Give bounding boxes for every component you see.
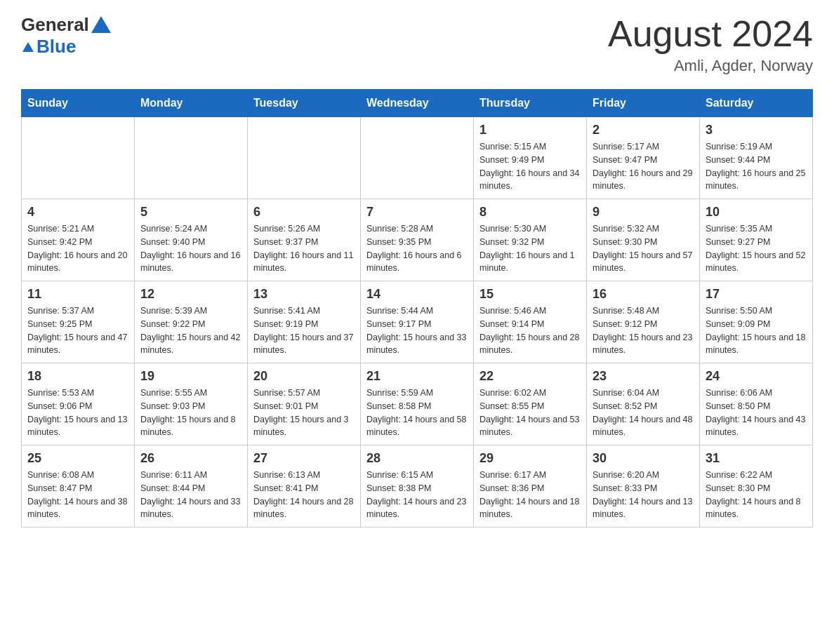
day-number: 20 — [253, 369, 355, 384]
day-number: 11 — [27, 287, 128, 302]
day-number: 12 — [140, 287, 241, 302]
day-info: Sunrise: 5:32 AM Sunset: 9:30 PM Dayligh… — [593, 222, 694, 275]
logo: General Blue — [21, 14, 111, 58]
day-info: Sunrise: 5:35 AM Sunset: 9:27 PM Dayligh… — [706, 222, 807, 275]
day-number: 28 — [366, 451, 468, 466]
day-info: Sunrise: 5:37 AM Sunset: 9:25 PM Dayligh… — [27, 304, 128, 357]
logo-small-triangle-icon — [22, 42, 34, 52]
calendar-cell: 4Sunrise: 5:21 AM Sunset: 9:42 PM Daylig… — [22, 199, 135, 281]
calendar-cell: 26Sunrise: 6:11 AM Sunset: 8:44 PM Dayli… — [135, 445, 248, 528]
calendar-cell: 21Sunrise: 5:59 AM Sunset: 8:58 PM Dayli… — [361, 363, 474, 445]
day-number: 27 — [253, 451, 355, 466]
calendar-cell: 10Sunrise: 5:35 AM Sunset: 9:27 PM Dayli… — [700, 199, 813, 281]
day-number: 13 — [253, 287, 355, 302]
day-number: 19 — [140, 369, 241, 384]
day-info: Sunrise: 6:04 AM Sunset: 8:52 PM Dayligh… — [593, 387, 694, 439]
day-info: Sunrise: 5:15 AM Sunset: 9:49 PM Dayligh… — [479, 140, 581, 193]
calendar-cell: 9Sunrise: 5:32 AM Sunset: 9:30 PM Daylig… — [587, 199, 700, 281]
calendar-cell: 3Sunrise: 5:19 AM Sunset: 9:44 PM Daylig… — [700, 117, 813, 199]
week-row-3: 11Sunrise: 5:37 AM Sunset: 9:25 PM Dayli… — [22, 281, 813, 363]
day-info: Sunrise: 6:17 AM Sunset: 8:36 PM Dayligh… — [479, 469, 581, 521]
day-header-tuesday: Tuesday — [248, 90, 361, 117]
day-info: Sunrise: 6:08 AM Sunset: 8:47 PM Dayligh… — [27, 469, 128, 521]
calendar-cell — [135, 117, 248, 199]
logo-blue-text: Blue — [37, 36, 76, 58]
calendar-cell: 30Sunrise: 6:20 AM Sunset: 8:33 PM Dayli… — [587, 445, 700, 528]
day-header-saturday: Saturday — [700, 90, 813, 117]
day-number: 8 — [479, 205, 581, 220]
day-info: Sunrise: 5:21 AM Sunset: 9:42 PM Dayligh… — [27, 222, 128, 275]
calendar-cell: 1Sunrise: 5:15 AM Sunset: 9:49 PM Daylig… — [474, 117, 587, 199]
day-number: 2 — [593, 123, 694, 137]
calendar-cell — [361, 117, 474, 199]
day-number: 25 — [27, 451, 128, 466]
day-header-sunday: Sunday — [22, 90, 135, 117]
calendar-header: SundayMondayTuesdayWednesdayThursdayFrid… — [22, 90, 813, 117]
day-info: Sunrise: 6:02 AM Sunset: 8:55 PM Dayligh… — [479, 387, 581, 439]
day-info: Sunrise: 5:30 AM Sunset: 9:32 PM Dayligh… — [479, 222, 581, 275]
logo-general-text: General — [21, 14, 89, 36]
calendar-cell: 11Sunrise: 5:37 AM Sunset: 9:25 PM Dayli… — [22, 281, 135, 363]
day-number: 14 — [366, 287, 468, 302]
calendar-table: SundayMondayTuesdayWednesdayThursdayFrid… — [21, 89, 813, 528]
day-info: Sunrise: 6:06 AM Sunset: 8:50 PM Dayligh… — [706, 387, 807, 439]
calendar-cell: 20Sunrise: 5:57 AM Sunset: 9:01 PM Dayli… — [248, 363, 361, 445]
day-info: Sunrise: 5:26 AM Sunset: 9:37 PM Dayligh… — [253, 222, 355, 275]
day-number: 6 — [253, 205, 355, 220]
svg-marker-0 — [91, 16, 111, 33]
calendar-cell: 17Sunrise: 5:50 AM Sunset: 9:09 PM Dayli… — [700, 281, 813, 363]
day-info: Sunrise: 5:41 AM Sunset: 9:19 PM Dayligh… — [253, 304, 355, 357]
day-number: 4 — [27, 205, 128, 220]
week-row-4: 18Sunrise: 5:53 AM Sunset: 9:06 PM Dayli… — [22, 363, 813, 445]
location-text: Amli, Agder, Norway — [608, 57, 813, 75]
day-info: Sunrise: 5:19 AM Sunset: 9:44 PM Dayligh… — [706, 140, 807, 193]
week-row-1: 1Sunrise: 5:15 AM Sunset: 9:49 PM Daylig… — [22, 117, 813, 199]
day-info: Sunrise: 6:11 AM Sunset: 8:44 PM Dayligh… — [140, 469, 241, 521]
day-headers-row: SundayMondayTuesdayWednesdayThursdayFrid… — [22, 90, 813, 117]
calendar-cell: 18Sunrise: 5:53 AM Sunset: 9:06 PM Dayli… — [22, 363, 135, 445]
day-info: Sunrise: 5:53 AM Sunset: 9:06 PM Dayligh… — [27, 387, 128, 439]
day-number: 16 — [593, 287, 694, 302]
calendar-cell — [248, 117, 361, 199]
day-number: 24 — [706, 369, 807, 384]
page-header: General Blue August 2024 Amli, Agder, No… — [21, 14, 813, 75]
day-number: 18 — [27, 369, 128, 384]
day-info: Sunrise: 6:15 AM Sunset: 8:38 PM Dayligh… — [366, 469, 468, 521]
calendar-body: 1Sunrise: 5:15 AM Sunset: 9:49 PM Daylig… — [22, 117, 813, 528]
day-info: Sunrise: 5:39 AM Sunset: 9:22 PM Dayligh… — [140, 304, 241, 357]
day-number: 10 — [706, 205, 807, 220]
calendar-cell: 14Sunrise: 5:44 AM Sunset: 9:17 PM Dayli… — [361, 281, 474, 363]
day-header-wednesday: Wednesday — [361, 90, 474, 117]
calendar-cell: 16Sunrise: 5:48 AM Sunset: 9:12 PM Dayli… — [587, 281, 700, 363]
calendar-cell: 24Sunrise: 6:06 AM Sunset: 8:50 PM Dayli… — [700, 363, 813, 445]
day-number: 22 — [479, 369, 581, 384]
day-info: Sunrise: 5:48 AM Sunset: 9:12 PM Dayligh… — [593, 304, 694, 357]
calendar-cell: 22Sunrise: 6:02 AM Sunset: 8:55 PM Dayli… — [474, 363, 587, 445]
calendar-cell: 2Sunrise: 5:17 AM Sunset: 9:47 PM Daylig… — [587, 117, 700, 199]
calendar-cell: 29Sunrise: 6:17 AM Sunset: 8:36 PM Dayli… — [474, 445, 587, 528]
day-header-friday: Friday — [587, 90, 700, 117]
day-info: Sunrise: 5:24 AM Sunset: 9:40 PM Dayligh… — [140, 222, 241, 275]
day-info: Sunrise: 5:17 AM Sunset: 9:47 PM Dayligh… — [593, 140, 694, 193]
calendar-cell: 23Sunrise: 6:04 AM Sunset: 8:52 PM Dayli… — [587, 363, 700, 445]
calendar-cell: 19Sunrise: 5:55 AM Sunset: 9:03 PM Dayli… — [135, 363, 248, 445]
day-info: Sunrise: 6:22 AM Sunset: 8:30 PM Dayligh… — [706, 469, 807, 521]
day-number: 3 — [706, 123, 807, 137]
day-info: Sunrise: 5:55 AM Sunset: 9:03 PM Dayligh… — [140, 387, 241, 439]
week-row-2: 4Sunrise: 5:21 AM Sunset: 9:42 PM Daylig… — [22, 199, 813, 281]
calendar-cell: 8Sunrise: 5:30 AM Sunset: 9:32 PM Daylig… — [474, 199, 587, 281]
day-number: 17 — [706, 287, 807, 302]
calendar-cell: 6Sunrise: 5:26 AM Sunset: 9:37 PM Daylig… — [248, 199, 361, 281]
day-number: 9 — [593, 205, 694, 220]
title-block: August 2024 Amli, Agder, Norway — [608, 14, 813, 75]
day-number: 23 — [593, 369, 694, 384]
day-info: Sunrise: 5:50 AM Sunset: 9:09 PM Dayligh… — [706, 304, 807, 357]
day-info: Sunrise: 5:57 AM Sunset: 9:01 PM Dayligh… — [253, 387, 355, 439]
day-header-monday: Monday — [135, 90, 248, 117]
svg-marker-1 — [22, 42, 34, 52]
day-info: Sunrise: 6:13 AM Sunset: 8:41 PM Dayligh… — [253, 469, 355, 521]
day-info: Sunrise: 5:28 AM Sunset: 9:35 PM Dayligh… — [366, 222, 468, 275]
day-number: 29 — [479, 451, 581, 466]
day-info: Sunrise: 5:44 AM Sunset: 9:17 PM Dayligh… — [366, 304, 468, 357]
week-row-5: 25Sunrise: 6:08 AM Sunset: 8:47 PM Dayli… — [22, 445, 813, 528]
